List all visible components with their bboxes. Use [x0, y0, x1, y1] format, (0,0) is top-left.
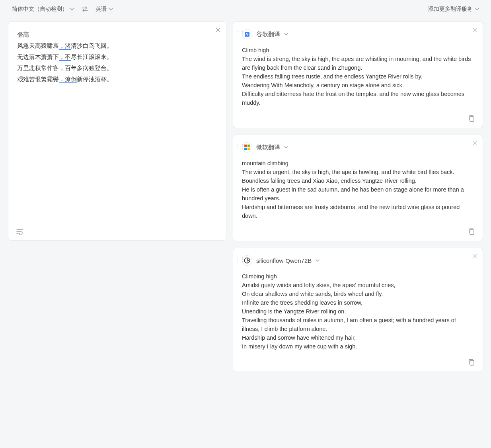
spell-error-segment[interactable]: ，不 — [59, 54, 71, 61]
text-segment: 艰难苦恨繁霜鬓 — [17, 76, 59, 82]
service-name-label[interactable]: 谷歌翻译 — [256, 31, 280, 38]
spell-error-segment[interactable]: ，渚 — [59, 43, 71, 50]
translation-text: mountain climbingThe wind is urgent, the… — [242, 159, 474, 220]
source-language-selector[interactable]: 简体中文（自动检测） — [12, 6, 74, 13]
drag-handle-icon[interactable]: ⋮⋮ — [236, 31, 245, 35]
translation-text: Climb highThe wind is strong, the sky is… — [242, 46, 474, 107]
drag-handle-icon[interactable]: ⋮⋮ — [236, 257, 245, 262]
chevron-down-icon[interactable] — [284, 145, 288, 149]
close-card-button[interactable] — [473, 27, 477, 33]
text-segment: 无边落木萧萧下 — [17, 54, 59, 60]
close-card-button[interactable] — [473, 140, 477, 147]
close-card-button[interactable] — [473, 253, 477, 260]
text-wrap-button[interactable] — [16, 229, 23, 235]
input-panel: 登高风急天高猿啸哀，渚清沙白鸟飞回。无边落木萧萧下，不尽长江滚滚来。万里悲秋常作… — [8, 22, 226, 241]
chevron-down-icon — [70, 7, 74, 11]
chevron-down-icon — [475, 7, 479, 11]
card-header: 微软翻译 — [242, 142, 474, 153]
header: 简体中文（自动检测） 英语 添加更多翻译服务 — [0, 0, 491, 18]
svg-rect-2 — [470, 230, 474, 235]
text-segment: 清沙白鸟飞回。 — [71, 43, 113, 49]
card-header: siliconflow-Qwen72B — [242, 255, 474, 266]
translation-card: ⋮⋮siliconflow-Qwen72BClimbing highAmidst… — [233, 248, 483, 372]
source-language-label: 简体中文（自动检测） — [12, 6, 68, 13]
copy-button[interactable] — [468, 115, 475, 122]
service-name-label[interactable]: 微软翻译 — [256, 144, 280, 151]
header-left: 简体中文（自动检测） 英语 — [12, 6, 113, 13]
input-line: 无边落木萧萧下，不尽长江滚滚来。 — [17, 51, 217, 63]
input-textarea[interactable]: 登高风急天高猿啸哀，渚清沙白鸟飞回。无边落木萧萧下，不尽长江滚滚来。万里悲秋常作… — [17, 29, 217, 85]
text-segment: 尽长江滚滚来。 — [71, 54, 113, 60]
input-line: 风急天高猿啸哀，渚清沙白鸟飞回。 — [17, 40, 217, 51]
spell-error-segment[interactable]: ，潦倒 — [59, 76, 77, 83]
main-area: 登高风急天高猿啸哀，渚清沙白鸟飞回。无边落木萧萧下，不尽长江滚滚来。万里悲秋常作… — [0, 18, 491, 380]
input-line: 登高 — [17, 29, 217, 40]
swap-languages-button[interactable] — [81, 6, 88, 12]
target-language-label: 英语 — [95, 6, 107, 13]
translations-panel: ⋮⋮谷歌翻译Climb highThe wind is strong, the … — [233, 22, 483, 372]
add-services-button[interactable]: 添加更多翻译服务 — [428, 6, 479, 13]
text-segment: 新停浊酒杯。 — [77, 76, 113, 82]
input-line: 艰难苦恨繁霜鬓，潦倒新停浊酒杯。 — [17, 74, 217, 85]
service-name-label[interactable]: siliconflow-Qwen72B — [256, 257, 312, 264]
copy-button[interactable] — [468, 228, 475, 235]
card-header: 谷歌翻译 — [242, 29, 474, 39]
text-segment: 风急天高猿啸哀 — [17, 43, 59, 49]
text-segment: 登高 — [17, 31, 29, 38]
input-line: 万里悲秋常作客，百年多病独登台。 — [17, 63, 217, 74]
add-services-label: 添加更多翻译服务 — [428, 6, 473, 13]
text-segment: 万里悲秋常作客，百年多病独登台。 — [17, 65, 113, 71]
svg-rect-1 — [470, 117, 474, 121]
chevron-down-icon[interactable] — [284, 32, 288, 36]
svg-rect-4 — [470, 360, 474, 365]
copy-button[interactable] — [468, 359, 475, 366]
translation-text: Climbing highAmidst gusty winds and loft… — [242, 272, 474, 351]
translation-card: ⋮⋮微软翻译mountain climbingThe wind is urgen… — [233, 135, 483, 241]
clear-input-button[interactable] — [216, 27, 220, 34]
translation-card: ⋮⋮谷歌翻译Climb highThe wind is strong, the … — [233, 22, 483, 128]
chevron-down-icon[interactable] — [316, 258, 320, 262]
chevron-down-icon — [109, 7, 113, 11]
drag-handle-icon[interactable]: ⋮⋮ — [236, 144, 245, 149]
target-language-selector[interactable]: 英语 — [95, 6, 113, 13]
